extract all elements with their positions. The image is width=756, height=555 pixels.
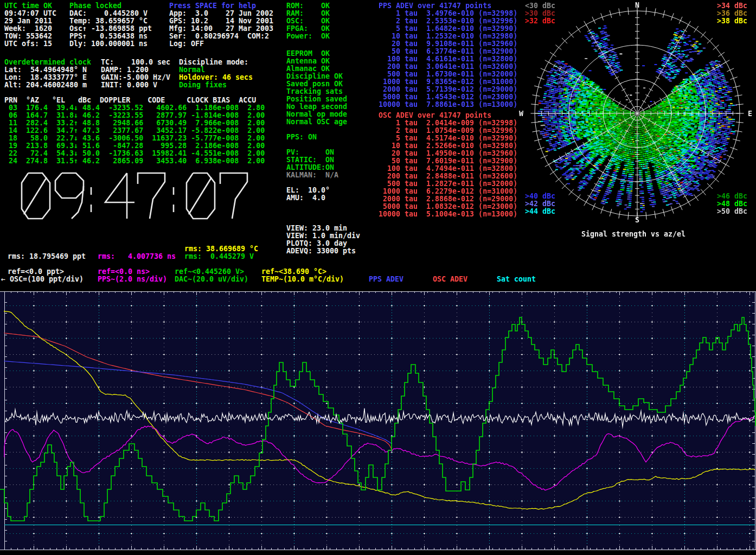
loop-params-block-line: INIT: 0.000 V <box>101 81 170 89</box>
dbc-legend-top-left-line: <30 dBc <box>525 2 555 10</box>
pps-adev-table-line: 20 tau 9.9108e-011 (n=32960) <box>379 40 517 48</box>
osc-adev-table-line: 5 tau 4.5174e-010 (n=32990) <box>379 135 517 142</box>
compass-north-label: N <box>635 1 639 9</box>
lady-heather-console: UTC time OK09:47:07 UTC29 Jan 2011Week: … <box>0 0 756 555</box>
mask-block-line: EL: 10.0° <box>286 187 330 194</box>
utc-time-block-line: UTC ofs: 15 <box>4 40 56 48</box>
phase-block-line: PPS↑ 0.536438 ns <box>69 33 152 40</box>
mask-block: EL: 10.0°AMU: 4.0 <box>286 187 330 202</box>
gps-status-block-line: Normal op mode <box>286 111 347 118</box>
osc-adev-table-line: 10 tau 2.5266e-010 (n=32980) <box>379 142 517 150</box>
hardware-status-block-line: ROM: OK <box>286 2 330 10</box>
scale-osc-line: ← OSC=(100 ppt/div) <box>1 276 84 283</box>
dbc-legend-top-right-line: >38 dBc <box>717 17 747 25</box>
help-version-block: Press SPACE for helpApp: 3.0 27 Jun 2002… <box>169 2 273 48</box>
dbc-legend-top-right-line: >34 dBc <box>717 2 747 10</box>
dbc-legend-bottom-right-line: >48 dBc <box>717 200 747 208</box>
help-version-block-line: Log: OFF <box>169 40 273 48</box>
dbc-legend-bottom-right-line: >46 dBc <box>717 193 747 200</box>
position-block-line: Lon: 18.4333777° E <box>4 74 91 81</box>
rms-dac-line: rms: 0.445279 V <box>184 253 254 260</box>
osc-adev-table-line: 2 tau 1.0754e-009 (n=32996) <box>379 127 517 135</box>
view-block-line: VIEW: 1.0 min/div <box>286 232 360 240</box>
loop-params-block-line: TC: 100.0 sec <box>101 59 170 66</box>
dbc-legend-bottom-left-line: >40 dBc <box>525 193 555 200</box>
strip-chart-canvas <box>0 290 756 555</box>
discipline-mode-block-line: Normal <box>179 66 253 74</box>
osc-adev-table: OSC ADEV over 41747 points 1 tau 2.0414e… <box>379 112 517 218</box>
dbc-legend-top-right: >34 dBc>36 dBc>38 dBc <box>717 2 747 25</box>
view-block: VIEW: 23.0 minVIEW: 1.0 min/divPLOTQ: 3.… <box>286 225 360 255</box>
osc-adev-table-line: 20 tau 1.4950e-010 (n=32960) <box>379 150 517 157</box>
legend-pps-adev: PPS ADEV <box>369 276 403 283</box>
satellite-table-line: 06 164.7 31.8↓ 46.2 -3223.55 2877.97 -1.… <box>4 112 265 119</box>
rms-dac: rms: 0.445279 V <box>184 253 254 260</box>
pps-adev-table-line: 5 tau 1.6482e-010 (n=32990) <box>379 25 517 33</box>
position-block-line: Lat: 54.4964948° N <box>4 66 91 74</box>
phase-block-line: Osc↑ -13.869858 ppt <box>69 25 152 33</box>
scale-osc: ← OSC=(100 ppt/div) <box>1 276 84 283</box>
osc-adev-table-line: 5000 tau 1.0832e-012 (n=23000) <box>379 203 517 210</box>
pps-adev-table-line: 50 tau 6.3774e-011 (n=32900) <box>379 48 517 55</box>
mask-block-line: AMU: 4.0 <box>286 194 330 202</box>
help-version-block-line: GPS: 10.2 14 Nov 2001 <box>169 17 273 25</box>
osc-adev-table-line: OSC ADEV over 41747 points <box>379 112 517 119</box>
legend-sat-count-line: Sat count <box>497 276 536 283</box>
scale-dac: DAC~(20.0 uV/div) <box>175 276 248 283</box>
osc-adev-table-line: 2000 tau 2.8868e-012 (n=29000) <box>379 195 517 203</box>
discipline-mode-block-line: Discipline mode: <box>179 59 253 66</box>
pps-adev-table-line: 1000 tau 9.8365e-012 (n=31000) <box>379 78 517 86</box>
pps-adev-table-line: 2000 tau 5.7139e-012 (n=29000) <box>379 86 517 93</box>
ref-temp: ref~<38.690 °C> <box>261 268 326 276</box>
dbc-legend-bottom-left-line: >44 dBc <box>525 208 555 215</box>
osc-adev-table-line: 1000 tau 6.2279e-012 (n=31000) <box>379 188 517 195</box>
gps-status-block-line: Normal OSC age <box>286 118 347 126</box>
legend-sat-count: Sat count <box>497 276 536 283</box>
phase-block-line: DAC: 0.445280 V <box>69 10 152 17</box>
clock-digit-stroke <box>220 173 247 219</box>
satellite-table-line: 18 58.0 22.7↓ 43.6 -3006.50 11637.23 -5.… <box>4 135 265 142</box>
phase-block-line: Phase locked <box>69 2 152 10</box>
dbc-legend-bottom-right: >46 dBc>48 dBc>50 dBc <box>717 193 747 215</box>
gps-status-block: EEPROM OKAntenna OKAlmanac OKDiscipline … <box>286 50 347 126</box>
view-block-line: VIEW: 23.0 min <box>286 225 360 232</box>
satellite-table-line: 22 72.4 54.3↓ 50.0 -1736.63 15982.41 -4.… <box>4 150 265 157</box>
fix-mode-block-line: KALMAN: N/A <box>286 171 338 179</box>
utc-time-block-line: TOW: 553642 <box>4 33 56 40</box>
dbc-legend-top-left-line: >30 dBc <box>525 10 555 17</box>
clock-digit-stroke <box>138 173 165 219</box>
dbc-legend-bottom-right-line: >50 dBc <box>717 208 747 215</box>
position-block-line: Alt: 204.46002480 m <box>4 81 91 89</box>
discipline-mode-block-line: Holdover: 46 secs <box>179 74 253 81</box>
pps-adev-table-line: 10000 tau 7.8861e-013 (n=13000) <box>379 101 517 109</box>
osc-adev-table-line: 500 tau 1.2827e-011 (n=32000) <box>379 180 517 188</box>
osc-adev-table-line: 50 tau 7.6019e-011 (n=32900) <box>379 157 517 165</box>
ref-dac: ref~<0.445260 V> <box>175 268 244 276</box>
fix-mode-block-line: PV: ON <box>286 149 338 156</box>
hardware-status-block-line: Power: OK <box>286 33 330 40</box>
phase-block-line: Temp: 38.659657 °C <box>69 17 152 25</box>
pps-adev-table-line: 5000 tau 1.4543e-012 (n=23000) <box>379 93 517 101</box>
satellite-table-line: 03 176.4 39.4↓ 48.4 -3235.52 4602.66 1.1… <box>4 104 265 112</box>
ref-dac-line: ref~<0.445260 V> <box>175 268 244 276</box>
ref-pps-line: ref=<0.0 ns> <box>98 268 150 276</box>
phase-block: Phase lockedDAC: 0.445280 VTemp: 38.6596… <box>69 2 152 48</box>
ref-osc-line: ref=<0.0 ppt> <box>8 268 64 276</box>
position-block-line: Overdetermined clock <box>4 59 91 66</box>
rms-pps: rms: 4.007736 ns <box>98 253 176 260</box>
help-version-block-line: App: 3.0 27 Jun 2002 <box>169 10 273 17</box>
osc-adev-table-line: 200 tau 2.8488e-011 (n=32600) <box>379 173 517 180</box>
fix-mode-block: PV: ONSTATIC: ONALTITUDE:ONKALMAN: N/A <box>286 149 338 179</box>
phase-block-line: Dly: 100.000001 ns <box>69 40 152 48</box>
help-version-block-line: Press SPACE for help <box>169 2 273 10</box>
scale-pps-line: PPS~(2.0 ns/div) <box>98 276 167 283</box>
ref-osc: ref=<0.0 ppt> <box>8 268 64 276</box>
rms-osc: rms: 18.795469 ppt <box>8 253 86 260</box>
help-version-block-line: Mfg: 14:00 27 Mar 2003 <box>169 25 273 33</box>
compass-east-label: E <box>748 110 752 118</box>
scale-temp-line: TEMP~(10.0 m°C/div) <box>261 276 344 283</box>
pps-adev-table-line: PPS ADEV over 41747 points <box>379 2 517 10</box>
clock-digit-stroke <box>105 173 134 202</box>
hardware-status-block-line: OSC: OK <box>286 17 330 25</box>
hardware-status-block: ROM: OKRAM: OKOSC: OKFPGA: OKPower: OK <box>286 2 330 40</box>
